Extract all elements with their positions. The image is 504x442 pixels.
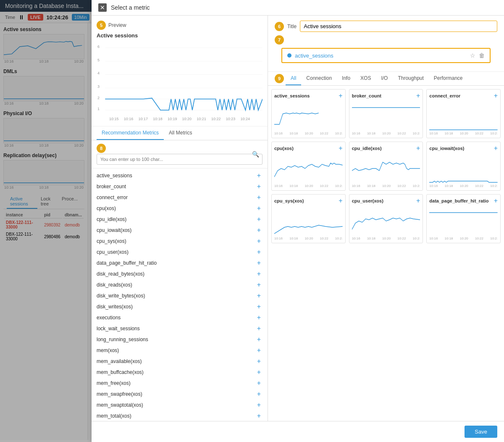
metric-card-name: cpu_user(xos): [352, 198, 383, 203]
add-metric-icon[interactable]: +: [257, 183, 261, 190]
add-metric-icon[interactable]: +: [257, 227, 261, 234]
star-icon[interactable]: ☆: [470, 52, 475, 59]
list-item[interactable]: disk_writes(xos)+: [92, 301, 268, 312]
modal-header: ✕ Select a metric: [92, 0, 504, 16]
tab-recommendation[interactable]: Recommendation Metrics: [97, 126, 164, 140]
metric-card[interactable]: connect_error + 10:1610:1810:2010:2210:2…: [426, 89, 501, 138]
filter-tab-xos[interactable]: XOS: [355, 72, 376, 85]
list-item[interactable]: disk_write_bytes(xos)+: [92, 290, 268, 301]
modal-close-button[interactable]: ✕: [98, 3, 107, 12]
step-5-badge: 5: [97, 21, 106, 30]
filter-tab-throughput[interactable]: Throughput: [393, 72, 428, 85]
filter-tab-connection[interactable]: Connection: [301, 72, 337, 85]
metric-item-name: lock_wait_sessions: [97, 326, 140, 332]
add-metric-icon[interactable]: +: [257, 271, 261, 277]
list-item[interactable]: connect_error+: [92, 192, 268, 203]
preview-chart: 6 5 4 3 2 1: [97, 41, 262, 117]
add-card-icon[interactable]: +: [494, 92, 498, 100]
metric-card[interactable]: active_sessions + 10:1610:1810:2010:2210…: [271, 89, 346, 138]
svg-text:2: 2: [97, 95, 100, 100]
metric-item-name: broker_count: [97, 184, 126, 189]
metric-card-xaxis: 10:1610:1810:2010:2210:2:: [429, 132, 498, 135]
add-metric-icon[interactable]: +: [257, 369, 261, 376]
list-item[interactable]: executions+: [92, 312, 268, 323]
metric-card[interactable]: cpu_idle(xos) + 10:1610:1810:2010:2210:2…: [349, 142, 423, 191]
metric-card-name: cpu_idle(xos): [352, 146, 382, 151]
add-metric-icon[interactable]: +: [257, 347, 261, 354]
add-metric-icon[interactable]: +: [257, 194, 261, 201]
add-metric-icon[interactable]: +: [257, 205, 261, 212]
metric-item-name: cpu_user(xos): [97, 249, 129, 255]
metric-item-name: cpu_sys(xos): [97, 238, 126, 244]
delete-icon[interactable]: 🗑: [479, 52, 485, 59]
page-container: Monitoring a Database Insta... Time ⏸ LI…: [0, 0, 504, 442]
metric-item-name: connect_error: [97, 195, 128, 200]
add-metric-icon[interactable]: +: [257, 238, 261, 245]
add-metric-icon[interactable]: +: [257, 380, 261, 387]
list-item[interactable]: cpu_user(xos)+: [92, 247, 268, 258]
add-card-icon[interactable]: +: [339, 145, 342, 152]
metric-card[interactable]: cpu_user(xos) + 10:1610:1810:2010:2210:2…: [349, 194, 423, 243]
add-card-icon[interactable]: +: [416, 92, 420, 100]
list-item[interactable]: lock_wait_sessions+: [92, 323, 268, 334]
list-item[interactable]: mem(xos)+: [92, 345, 268, 356]
add-card-icon[interactable]: +: [339, 92, 342, 100]
preview-chart-title: Active sessions: [97, 32, 262, 39]
list-item[interactable]: data_page_buffer_hit_ratio+: [92, 258, 268, 268]
add-metric-icon[interactable]: +: [257, 358, 261, 365]
add-metric-icon[interactable]: +: [257, 172, 261, 179]
filter-tab-io[interactable]: I/O: [376, 72, 393, 85]
list-item[interactable]: active_sessions+: [92, 170, 268, 181]
list-item[interactable]: mem_free(xos)+: [92, 378, 268, 389]
metric-card[interactable]: cpu_sys(xos) + 10:1610:1810:2010:2210:2:: [271, 194, 346, 243]
tab-all-metrics[interactable]: All Metrics: [164, 126, 197, 140]
list-item[interactable]: mem_total(xos)+: [92, 410, 268, 421]
metric-card[interactable]: cpu(xos) + 10:1610:1810:2010:2210:2:: [271, 142, 346, 191]
title-field-label: Title: [287, 24, 297, 29]
add-metric-icon[interactable]: +: [257, 249, 261, 255]
save-button[interactable]: Save: [465, 426, 497, 438]
list-item[interactable]: mem_available(xos)+: [92, 356, 268, 367]
add-card-icon[interactable]: +: [494, 145, 498, 152]
list-item[interactable]: cpu_idle(xos)+: [92, 214, 268, 225]
list-item[interactable]: disk_reads(xos)+: [92, 279, 268, 290]
add-metric-icon[interactable]: +: [257, 292, 261, 299]
add-metric-icon[interactable]: +: [257, 314, 261, 321]
add-card-icon[interactable]: +: [416, 145, 420, 152]
add-metric-icon[interactable]: +: [257, 325, 261, 332]
list-item[interactable]: mem_buffcache(xos)+: [92, 367, 268, 378]
list-item[interactable]: cpu_sys(xos)+: [92, 236, 268, 247]
list-item[interactable]: broker_count+: [92, 181, 268, 192]
list-item[interactable]: long_running_sessions+: [92, 334, 268, 345]
filter-tab-info[interactable]: Info: [337, 72, 355, 85]
list-item[interactable]: mem_swapfree(xos)+: [92, 389, 268, 400]
metric-card[interactable]: cpu_iowait(xos) + 10:1610:1810:2010:2210…: [426, 142, 501, 191]
filter-tab-all[interactable]: All: [286, 72, 301, 85]
add-metric-icon[interactable]: +: [257, 303, 261, 310]
chart-title-input[interactable]: [300, 21, 497, 32]
metric-card[interactable]: broker_count + 10:1610:1810:2010:2210:2:: [349, 89, 423, 138]
add-metric-icon[interactable]: +: [257, 260, 261, 266]
preview-section: 5 Preview Active sessions 6 5 4 3 2 1: [92, 16, 268, 126]
metric-card-header: cpu(xos) +: [274, 145, 343, 152]
metric-card-name: connect_error: [429, 93, 460, 98]
metric-item-name: cpu(xos): [97, 205, 116, 211]
filter-tab-performance[interactable]: Performance: [429, 72, 468, 85]
list-item[interactable]: cpu(xos)+: [92, 203, 268, 214]
metric-card[interactable]: data_page_buffer_hit_ratio + 10:1610:181…: [426, 194, 501, 243]
add-metric-icon[interactable]: +: [257, 282, 261, 288]
metrics-search-input[interactable]: [97, 154, 262, 165]
add-metric-icon[interactable]: +: [257, 216, 261, 223]
add-metric-icon[interactable]: +: [257, 413, 261, 419]
add-card-icon[interactable]: +: [416, 197, 420, 205]
list-item[interactable]: disk_read_bytes(xos)+: [92, 268, 268, 279]
metric-card-chart: [429, 206, 498, 236]
metric-item-name: disk_writes(xos): [97, 304, 133, 310]
add-card-icon[interactable]: +: [339, 197, 342, 205]
list-item[interactable]: mem_swaptotal(xos)+: [92, 400, 268, 410]
add-metric-icon[interactable]: +: [257, 336, 261, 343]
add-metric-icon[interactable]: +: [257, 391, 261, 397]
add-card-icon[interactable]: +: [494, 197, 498, 205]
add-metric-icon[interactable]: +: [257, 402, 261, 408]
list-item[interactable]: cpu_iowait(xos)+: [92, 225, 268, 236]
